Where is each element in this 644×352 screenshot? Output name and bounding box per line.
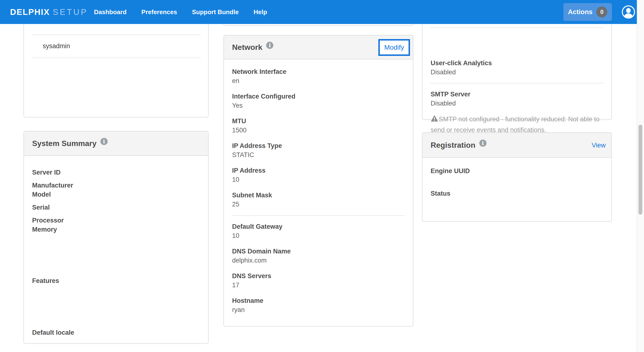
network-field: MTU 1500	[232, 116, 405, 135]
smtp-warning-message: SMTP not configured - functionality redu…	[430, 114, 604, 135]
field-value: 17	[232, 280, 405, 290]
status-field: User-click Analytics Disabled	[430, 58, 603, 77]
field-value: Disabled	[430, 68, 603, 77]
field-value: STATIC	[232, 150, 405, 160]
network-body: Network Interface en Interface Configure…	[224, 60, 413, 314]
network-field: Subnet Mask 25	[232, 191, 405, 209]
nav-dashboard[interactable]: Dashboard	[94, 8, 126, 16]
field-label: Processor	[32, 216, 200, 225]
divider	[32, 58, 200, 58]
registration-header: Registration View	[422, 133, 612, 158]
field-label: IP Address Type	[232, 141, 405, 150]
status-card: User-click Analytics Disabled SMTP Serve…	[422, 24, 612, 120]
scrollbar-track[interactable]	[637, 0, 644, 352]
network-field: Hostname ryan	[232, 296, 405, 314]
system-summary-card: System Summary Server ID Manufacturer Mo…	[24, 131, 208, 344]
divider	[32, 34, 200, 35]
field-label: Default Gateway	[232, 222, 405, 231]
divider	[430, 27, 604, 28]
brand-logo: DELPHIX SETUP	[10, 0, 88, 24]
field-label: Memory	[32, 225, 200, 234]
system-summary-body: Server ID Manufacturer Model Serial Proc…	[24, 156, 208, 337]
nav-preferences[interactable]: Preferences	[142, 8, 177, 16]
top-navigation-bar: DELPHIX SETUP Dashboard Preferences Supp…	[0, 0, 644, 24]
field-label: Manufacturer	[32, 181, 200, 190]
field-label: Subnet Mask	[232, 191, 405, 200]
field-label: Engine UUID	[430, 166, 603, 176]
status-field: SMTP Server Disabled	[430, 90, 603, 108]
top-nav-links: Dashboard Preferences Support Bundle Hel…	[94, 0, 267, 24]
field-value: en	[232, 76, 405, 85]
field-value: 10	[232, 231, 405, 240]
field-label: Serial	[32, 203, 200, 212]
info-icon[interactable]	[479, 140, 486, 147]
actions-button-label: Actions	[568, 8, 593, 16]
network-field: IP Address 10	[232, 166, 405, 184]
registration-body: Engine UUID Status	[422, 158, 612, 198]
divider	[232, 215, 405, 216]
nav-help[interactable]: Help	[254, 8, 267, 16]
network-header: Network Modify	[224, 36, 413, 60]
field-label: Network Interface	[232, 67, 405, 76]
brand-primary: DELPHIX	[10, 7, 50, 17]
field-label: SMTP Server	[430, 90, 603, 99]
network-card: Network Modify Network Interface en Inte…	[224, 35, 413, 326]
network-field: Default Gateway 10	[232, 222, 405, 240]
modify-button[interactable]: Modify	[378, 39, 410, 56]
network-title: Network	[232, 43, 262, 52]
actions-button[interactable]: Actions 0	[564, 3, 612, 21]
info-icon[interactable]	[266, 42, 273, 49]
field-label: User-click Analytics	[430, 58, 603, 68]
field-label: Server ID	[32, 168, 200, 177]
user-avatar-icon[interactable]	[622, 5, 635, 19]
delphix-setup-dashboard: DELPHIX SETUP Dashboard Preferences Supp…	[0, 0, 644, 352]
network-field: IP Address Type STATIC	[232, 141, 405, 160]
registration-card: Registration View Engine UUID Status	[422, 132, 612, 222]
field-value: 25	[232, 200, 405, 209]
field-label: Hostname	[232, 296, 405, 305]
network-field: Network Interface en	[232, 67, 405, 85]
nav-support-bundle[interactable]: Support Bundle	[192, 8, 239, 16]
system-summary-title: System Summary	[32, 139, 96, 148]
field-label: DNS Servers	[232, 272, 405, 280]
warning-triangle-icon	[430, 115, 438, 125]
network-field: Interface Configured Yes	[232, 92, 405, 110]
warning-text: SMTP not configured - functionality redu…	[430, 116, 600, 134]
registration-title: Registration	[430, 141, 476, 150]
field-label: Status	[430, 189, 603, 198]
field-label: IP Address	[232, 166, 405, 175]
field-label: Default locale	[32, 328, 200, 337]
field-value: 10	[232, 175, 405, 184]
system-summary-header: System Summary	[24, 132, 208, 156]
field-label: Model	[32, 190, 200, 199]
session-card: sysadmin	[24, 24, 208, 118]
info-icon[interactable]	[100, 138, 108, 145]
network-field: DNS Servers 17	[232, 272, 405, 290]
session-username: sysadmin	[43, 41, 70, 51]
field-value: ryan	[232, 305, 405, 314]
field-label: Interface Configured	[232, 92, 405, 101]
field-value: 1500	[232, 126, 405, 135]
field-label: Features	[32, 276, 200, 285]
field-label: MTU	[232, 116, 405, 126]
card-bottom-sliver	[224, 24, 413, 26]
actions-count-badge: 0	[596, 6, 607, 18]
field-value: delphix.com	[232, 256, 405, 265]
view-link[interactable]: View	[592, 133, 606, 158]
brand-secondary: SETUP	[53, 7, 88, 17]
field-label: DNS Domain Name	[232, 247, 405, 256]
field-value: Yes	[232, 101, 405, 110]
field-value: Disabled	[430, 99, 603, 108]
divider	[430, 83, 604, 84]
network-field: DNS Domain Name delphix.com	[232, 247, 405, 265]
scrollbar-thumb[interactable]	[638, 125, 642, 214]
